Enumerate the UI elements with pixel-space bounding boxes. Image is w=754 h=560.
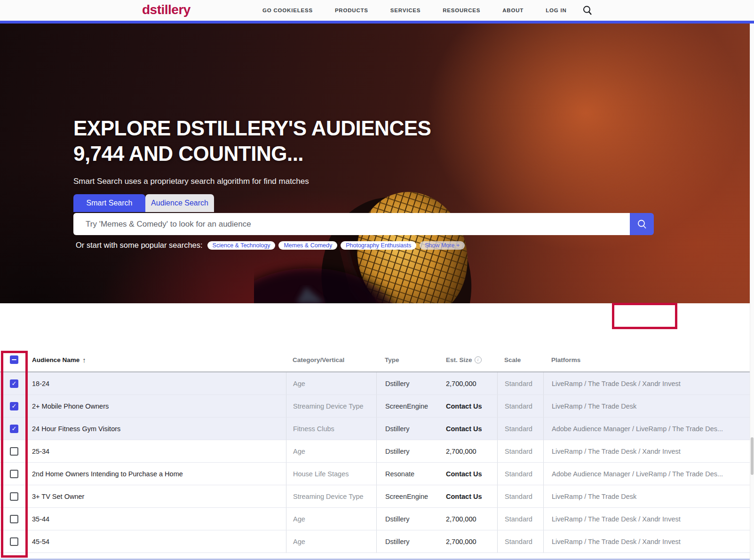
hero-search-tabs: Smart Search Audience Search (73, 194, 214, 212)
hero-section: EXPLORE DSTILLERY'S AUDIENCES9,744 AND C… (0, 24, 754, 303)
row-checkbox[interactable] (10, 515, 18, 523)
row-checkbox[interactable] (10, 537, 18, 546)
type-cell: Dstillery (376, 508, 444, 530)
popular-chip[interactable]: Memes & Comedy (278, 241, 337, 250)
platforms-cell: Adobe Audience Manager / LiveRamp / The … (543, 418, 754, 440)
col-audience-name-label: Audience Name (32, 356, 79, 363)
col-type[interactable]: Type (376, 348, 444, 371)
table-body: ✓18-24AgeDstillery2,700,000StandardLiveR… (0, 372, 754, 553)
row-checkbox-cell[interactable]: ✓ (0, 372, 28, 394)
table-row[interactable]: 3+ TV Set OwnerStreaming Device TypeScre… (0, 485, 754, 508)
table-row[interactable]: 45-54AgeDstillery2,700,000StandardLiveRa… (0, 530, 754, 553)
type-cell: ScreenEngine (376, 485, 444, 507)
scale-cell: Standard (497, 485, 543, 507)
table-row[interactable]: ✓18-24AgeDstillery2,700,000StandardLiveR… (0, 372, 754, 395)
type-cell: Dstillery (376, 372, 444, 394)
row-checkbox[interactable]: ✓ (10, 379, 18, 388)
row-checkbox[interactable]: ✓ (10, 425, 18, 433)
nav-menu: GO COOKIELESSPRODUCTSSERVICESRESOURCESAB… (262, 0, 567, 21)
row-checkbox-cell[interactable] (0, 485, 28, 507)
type-cell: Dstillery (376, 530, 444, 552)
popular-chip[interactable]: Science & Technology (207, 241, 276, 250)
audiences-table: Audience Name ↑ Category/Vertical Type E… (0, 348, 754, 553)
table-row[interactable]: ✓2+ Mobile Phone OwnersStreaming Device … (0, 395, 754, 418)
col-type-label: Type (385, 356, 399, 363)
row-checkbox-cell[interactable] (0, 440, 28, 462)
est-size-cell: Contact Us (444, 485, 497, 507)
table-row[interactable]: ✓24 Hour Fitness Gym VisitorsFitness Clu… (0, 418, 754, 440)
est-size-cell: Contact Us (444, 463, 497, 485)
est-size-cell: 2,700,000 (444, 440, 497, 462)
platforms-cell: Adobe Audience Manager / LiveRamp / The … (543, 463, 754, 485)
header-checkbox-cell[interactable] (0, 348, 28, 371)
est-size-cell: 2,700,000 (444, 530, 497, 552)
est-size-cell: Contact Us (444, 418, 497, 440)
category-cell: Streaming Device Type (286, 485, 376, 507)
row-checkbox-cell[interactable]: ✓ (0, 395, 28, 417)
row-checkbox[interactable] (10, 447, 18, 456)
page-scrollbar[interactable] (750, 24, 754, 560)
col-est-size[interactable]: Est. Size i (444, 348, 497, 371)
audience-name-cell: 2+ Mobile Phone Owners (28, 395, 286, 417)
nav-item-go-cookieless[interactable]: GO COOKIELESS (262, 8, 313, 13)
col-scale[interactable]: Scale (497, 348, 543, 371)
row-checkbox[interactable] (10, 470, 18, 478)
scrollbar-thumb[interactable] (751, 437, 754, 475)
row-checkbox-cell[interactable] (0, 463, 28, 485)
row-checkbox[interactable] (10, 492, 18, 501)
audience-name-cell: 24 Hour Fitness Gym Visitors (28, 418, 286, 440)
hero-title-line2: 9,744 AND COUNTING... (73, 142, 303, 165)
type-cell: Resonate (376, 463, 444, 485)
est-size-cell: 2,700,000 (444, 372, 497, 394)
row-checkbox-cell[interactable]: ✓ (0, 418, 28, 440)
scale-cell: Standard (497, 395, 543, 417)
nav-search-icon[interactable] (582, 5, 593, 16)
platforms-cell: LiveRamp / The Trade Desk (543, 395, 754, 417)
popular-chip[interactable]: Show More + (420, 241, 465, 250)
platforms-cell: LiveRamp / The Trade Desk (543, 485, 754, 507)
category-cell: Age (286, 508, 376, 530)
col-category-label: Category/Vertical (293, 356, 344, 363)
audience-name-cell: 3+ TV Set Owner (28, 485, 286, 507)
popular-searches: Or start with some popular searches: Sci… (76, 241, 465, 250)
row-checkbox-cell[interactable] (0, 508, 28, 530)
magnifier-icon (636, 219, 648, 230)
nav-item-services[interactable]: SERVICES (390, 8, 421, 13)
table-row[interactable]: 2nd Home Owners Intending to Purchase a … (0, 463, 754, 485)
popular-chip[interactable]: Photography Enthusiasts (341, 241, 416, 250)
platforms-cell: LiveRamp / The Trade Desk / Xandr Invest (543, 530, 754, 552)
hero-subtitle: Smart Search uses a proprietary search a… (73, 177, 309, 186)
audience-name-cell: 35-44 (28, 508, 286, 530)
hero-search-input[interactable] (73, 213, 630, 235)
nav-item-log-in[interactable]: LOG IN (546, 8, 566, 13)
col-audience-name[interactable]: Audience Name ↑ (28, 348, 286, 371)
col-platforms[interactable]: Platforms (543, 348, 754, 371)
nav-item-products[interactable]: PRODUCTS (335, 8, 368, 13)
nav-item-about[interactable]: ABOUT (502, 8, 524, 13)
popular-chips: Science & TechnologyMemes & ComedyPhotog… (207, 241, 465, 250)
table-row[interactable]: 25-34AgeDstillery2,700,000StandardLiveRa… (0, 440, 754, 463)
select-all-checkbox[interactable] (10, 355, 18, 364)
nav-item-resources[interactable]: RESOURCES (443, 8, 480, 13)
scale-cell: Standard (497, 372, 543, 394)
row-checkbox[interactable]: ✓ (10, 402, 18, 410)
col-category[interactable]: Category/Vertical (286, 348, 376, 371)
type-cell: Dstillery (376, 418, 444, 440)
col-platforms-label: Platforms (551, 356, 580, 363)
scale-cell: Standard (497, 418, 543, 440)
hero-search-button[interactable] (630, 213, 654, 235)
category-cell: Age (286, 530, 376, 552)
tab-smart-search[interactable]: Smart Search (73, 194, 145, 212)
row-checkbox-cell[interactable] (0, 530, 28, 552)
audiences-toolbar: All Audiences 9,744 results FILTERS CONF… (0, 303, 754, 348)
hero-title: EXPLORE DSTILLERY'S AUDIENCES9,744 AND C… (73, 116, 497, 166)
popular-searches-label: Or start with some popular searches: (76, 241, 203, 250)
tab-audience-search[interactable]: Audience Search (145, 194, 214, 212)
scale-cell: Standard (497, 530, 543, 552)
table-row[interactable]: 35-44AgeDstillery2,700,000StandardLiveRa… (0, 508, 754, 530)
scale-cell: Standard (497, 508, 543, 530)
audience-name-cell: 2nd Home Owners Intending to Purchase a … (28, 463, 286, 485)
col-est-size-label: Est. Size (446, 356, 472, 363)
info-icon[interactable]: i (475, 356, 482, 363)
dstillery-logo[interactable]: dstillery (142, 2, 190, 17)
